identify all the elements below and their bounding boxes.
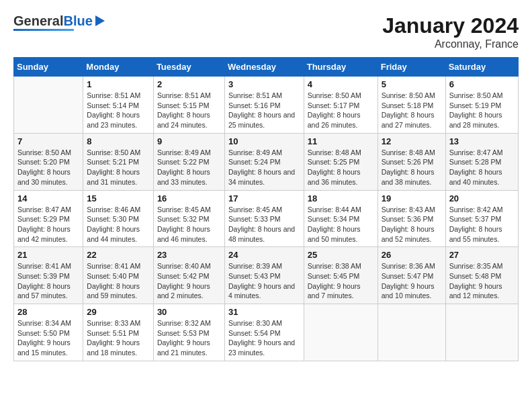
calendar-cell: 21 Sunrise: 8:41 AMSunset: 5:39 PMDaylig… [14,247,83,304]
day-number: 2 [157,79,221,89]
calendar-cell: 18 Sunrise: 8:44 AMSunset: 5:34 PMDaylig… [304,190,378,247]
day-info: Sunrise: 8:45 AMSunset: 5:32 PMDaylight:… [157,205,221,244]
day-info: Sunrise: 8:45 AMSunset: 5:33 PMDaylight:… [228,205,300,244]
day-number: 21 [17,250,79,260]
calendar-cell: 27 Sunrise: 8:35 AMSunset: 5:48 PMDaylig… [445,247,518,304]
calendar-cell: 11 Sunrise: 8:48 AMSunset: 5:25 PMDaylig… [304,133,378,190]
day-number: 27 [449,250,515,260]
day-info: Sunrise: 8:41 AMSunset: 5:40 PMDaylight:… [87,261,150,301]
calendar-cell: 24 Sunrise: 8:39 AMSunset: 5:43 PMDaylig… [224,247,304,304]
day-info: Sunrise: 8:47 AMSunset: 5:29 PMDaylight:… [17,205,79,244]
day-number: 16 [157,193,221,203]
day-info: Sunrise: 8:48 AMSunset: 5:25 PMDaylight:… [308,148,374,187]
day-number: 29 [87,307,150,317]
calendar-cell: 13 Sunrise: 8:47 AMSunset: 5:28 PMDaylig… [445,133,518,190]
calendar-cell: 14 Sunrise: 8:47 AMSunset: 5:29 PMDaylig… [14,190,83,247]
calendar-cell [14,77,83,134]
calendar-cell: 26 Sunrise: 8:36 AMSunset: 5:47 PMDaylig… [378,247,445,304]
day-number: 9 [157,136,221,146]
day-number: 8 [87,136,150,146]
day-number: 1 [87,79,150,89]
column-header-saturday: Saturday [445,58,518,77]
calendar-cell: 25 Sunrise: 8:38 AMSunset: 5:45 PMDaylig… [304,247,378,304]
calendar-cell: 4 Sunrise: 8:50 AMSunset: 5:17 PMDayligh… [304,77,378,134]
calendar-cell: 7 Sunrise: 8:50 AMSunset: 5:20 PMDayligh… [14,133,83,190]
logo-general-text: GeneralBlue [13,13,93,28]
day-info: Sunrise: 8:51 AMSunset: 5:15 PMDaylight:… [157,91,221,130]
calendar-header-row: SundayMondayTuesdayWednesdayThursdayFrid… [14,58,519,77]
day-number: 12 [382,136,442,146]
calendar-cell: 16 Sunrise: 8:45 AMSunset: 5:32 PMDaylig… [153,190,224,247]
calendar-week-row: 7 Sunrise: 8:50 AMSunset: 5:20 PMDayligh… [14,133,519,190]
calendar-cell: 10 Sunrise: 8:49 AMSunset: 5:24 PMDaylig… [224,133,304,190]
day-info: Sunrise: 8:42 AMSunset: 5:37 PMDaylight:… [449,205,515,244]
calendar-cell: 23 Sunrise: 8:40 AMSunset: 5:42 PMDaylig… [153,247,224,304]
calendar-cell: 17 Sunrise: 8:45 AMSunset: 5:33 PMDaylig… [224,190,304,247]
calendar-cell [304,304,378,361]
calendar-cell: 1 Sunrise: 8:51 AMSunset: 5:14 PMDayligh… [83,77,154,134]
calendar-cell: 6 Sunrise: 8:50 AMSunset: 5:19 PMDayligh… [445,77,518,134]
column-header-sunday: Sunday [14,58,83,77]
logo-underline [13,29,74,31]
day-info: Sunrise: 8:49 AMSunset: 5:22 PMDaylight:… [157,148,221,187]
day-info: Sunrise: 8:32 AMSunset: 5:53 PMDaylight:… [157,318,221,358]
day-number: 14 [17,193,79,203]
day-info: Sunrise: 8:50 AMSunset: 5:18 PMDaylight:… [382,91,442,130]
day-info: Sunrise: 8:43 AMSunset: 5:36 PMDaylight:… [382,205,442,244]
day-info: Sunrise: 8:39 AMSunset: 5:43 PMDaylight:… [228,261,300,301]
calendar-cell: 31 Sunrise: 8:30 AMSunset: 5:54 PMDaylig… [224,304,304,361]
day-info: Sunrise: 8:51 AMSunset: 5:16 PMDaylight:… [228,91,300,130]
day-info: Sunrise: 8:51 AMSunset: 5:14 PMDaylight:… [87,91,150,130]
title-block: January 2024 Arconnay, France [382,13,519,50]
column-header-monday: Monday [83,58,154,77]
day-number: 25 [308,250,374,260]
page-title: January 2024 [382,13,519,38]
calendar-cell [445,304,518,361]
calendar-table: SundayMondayTuesdayWednesdayThursdayFrid… [13,57,519,361]
calendar-cell: 8 Sunrise: 8:50 AMSunset: 5:21 PMDayligh… [83,133,154,190]
calendar-cell: 3 Sunrise: 8:51 AMSunset: 5:16 PMDayligh… [224,77,304,134]
day-number: 22 [87,250,150,260]
day-number: 20 [449,193,515,203]
day-info: Sunrise: 8:50 AMSunset: 5:21 PMDaylight:… [87,148,150,187]
day-number: 24 [228,250,300,260]
day-number: 10 [228,136,300,146]
day-number: 11 [308,136,374,146]
calendar-cell: 12 Sunrise: 8:48 AMSunset: 5:26 PMDaylig… [378,133,445,190]
day-number: 7 [17,136,79,146]
calendar-cell: 15 Sunrise: 8:46 AMSunset: 5:30 PMDaylig… [83,190,154,247]
day-info: Sunrise: 8:50 AMSunset: 5:17 PMDaylight:… [308,91,374,130]
day-info: Sunrise: 8:33 AMSunset: 5:51 PMDaylight:… [87,318,150,358]
day-info: Sunrise: 8:44 AMSunset: 5:34 PMDaylight:… [308,205,374,244]
day-number: 15 [87,193,150,203]
day-number: 19 [382,193,442,203]
day-info: Sunrise: 8:49 AMSunset: 5:24 PMDaylight:… [228,148,300,187]
day-number: 3 [228,79,300,89]
day-info: Sunrise: 8:47 AMSunset: 5:28 PMDaylight:… [449,148,515,187]
day-info: Sunrise: 8:41 AMSunset: 5:39 PMDaylight:… [17,261,79,301]
day-number: 6 [449,79,515,89]
day-info: Sunrise: 8:30 AMSunset: 5:54 PMDaylight:… [228,318,300,358]
calendar-cell: 20 Sunrise: 8:42 AMSunset: 5:37 PMDaylig… [445,190,518,247]
day-info: Sunrise: 8:40 AMSunset: 5:42 PMDaylight:… [157,261,221,301]
day-number: 30 [157,307,221,317]
calendar-cell: 2 Sunrise: 8:51 AMSunset: 5:15 PMDayligh… [153,77,224,134]
page-subtitle: Arconnay, France [382,38,519,50]
calendar-cell: 19 Sunrise: 8:43 AMSunset: 5:36 PMDaylig… [378,190,445,247]
day-info: Sunrise: 8:36 AMSunset: 5:47 PMDaylight:… [382,261,442,301]
column-header-friday: Friday [378,58,445,77]
page-header: GeneralBlue January 2024 Arconnay, Franc… [13,13,519,50]
column-header-thursday: Thursday [304,58,378,77]
calendar-week-row: 1 Sunrise: 8:51 AMSunset: 5:14 PMDayligh… [14,77,519,134]
calendar-cell: 22 Sunrise: 8:41 AMSunset: 5:40 PMDaylig… [83,247,154,304]
calendar-cell: 30 Sunrise: 8:32 AMSunset: 5:53 PMDaylig… [153,304,224,361]
day-number: 31 [228,307,300,317]
day-number: 13 [449,136,515,146]
day-info: Sunrise: 8:50 AMSunset: 5:19 PMDaylight:… [449,91,515,130]
calendar-cell: 28 Sunrise: 8:34 AMSunset: 5:50 PMDaylig… [14,304,83,361]
calendar-week-row: 21 Sunrise: 8:41 AMSunset: 5:39 PMDaylig… [14,247,519,304]
calendar-cell: 9 Sunrise: 8:49 AMSunset: 5:22 PMDayligh… [153,133,224,190]
calendar-cell: 29 Sunrise: 8:33 AMSunset: 5:51 PMDaylig… [83,304,154,361]
calendar-cell [378,304,445,361]
day-number: 28 [17,307,79,317]
